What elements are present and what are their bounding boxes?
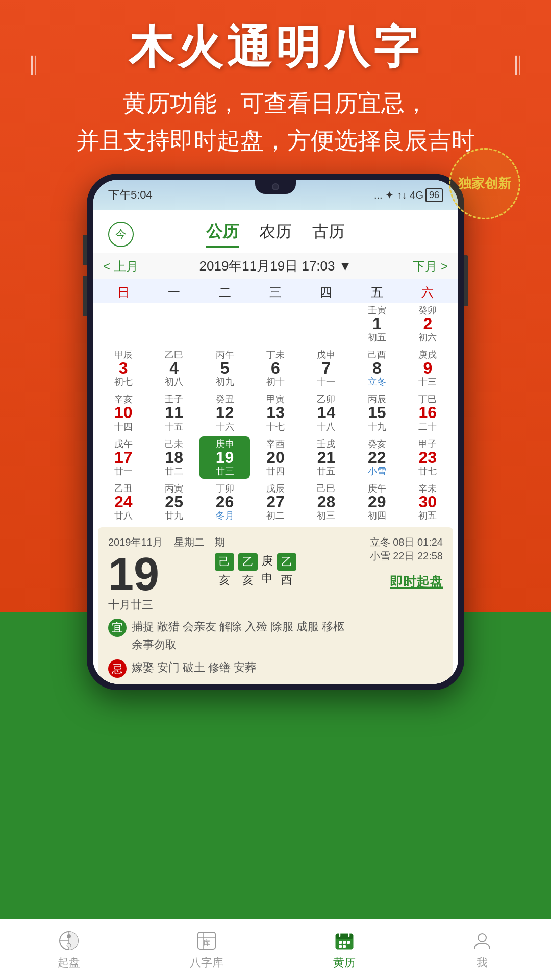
svg-point-3	[67, 934, 71, 938]
cal-cell-23[interactable]: 甲子 23 廿七	[403, 436, 453, 479]
daily-info-panel: 2019年11月 星期二 19 十月廿三 期	[98, 527, 453, 684]
cal-cell-26[interactable]: 丁卯 26 冬月	[199, 481, 250, 523]
cal-cell-4[interactable]: 乙巳 4 初八	[148, 347, 199, 389]
green-strip	[0, 888, 551, 919]
yi-row: 宜 捕捉 敞猎 会亲友 解除 入殓 除服 成服 移柩余事勿取	[108, 618, 443, 653]
weekday-tue: 二	[199, 284, 250, 301]
cal-cell-7[interactable]: 戊申 7 十一	[301, 347, 352, 389]
month-nav: < 上月 2019年11月19日 17:03 ▼ 下月 >	[93, 253, 458, 279]
cal-cell-empty-5	[301, 303, 352, 345]
nav-item-qipan[interactable]: 起盘	[0, 929, 138, 970]
me-icon	[471, 929, 493, 952]
phone-btn-volume2	[83, 276, 87, 316]
weekday-mon: 一	[148, 284, 199, 301]
status-right: ... ✦ ↑↓ 4G 96	[374, 188, 443, 202]
tab-solar[interactable]: 公历	[206, 220, 239, 248]
deco-left-icon: 𝄃	[31, 52, 36, 81]
nav-item-baziku[interactable]: 库 八字库	[138, 929, 276, 970]
cal-cell-empty-1	[98, 303, 148, 345]
current-month-title[interactable]: 2019年11月19日 17:03 ▼	[199, 257, 352, 275]
svg-text:库: 库	[203, 939, 210, 947]
nav-item-huangli[interactable]: 黄历	[276, 929, 413, 970]
cal-cell-empty-4	[250, 303, 300, 345]
daily-ganzhi-section: 期 己 亥 乙 亥	[215, 535, 341, 592]
phone-mockup: 下午5:04 ... ✦ ↑↓ 4G 96 今 公历	[87, 174, 464, 690]
cal-cell-17[interactable]: 戊午 17 廿一	[98, 436, 148, 479]
svg-rect-16	[339, 945, 342, 948]
cal-cell-29[interactable]: 庚午 29 初四	[352, 481, 402, 523]
nav-label-huangli: 黄历	[333, 955, 356, 970]
calendar-tabs: 公历 农历 古历	[206, 220, 345, 248]
ji-badge: 忌	[108, 659, 127, 678]
tab-ancient[interactable]: 古历	[312, 220, 345, 248]
baziku-icon: 库	[195, 929, 218, 952]
header-area: 𝄃 木火通明八字 𝄃 黄历功能，可查看日历宜忌， 并且支持即时起盘，方便选择良辰…	[0, 20, 551, 160]
qipan-icon	[58, 929, 80, 952]
nav-label-baziku: 八字库	[190, 955, 223, 970]
cal-cell-13[interactable]: 甲寅 13 十七	[250, 391, 300, 434]
week-row-3: 辛亥 10 十四 壬子 11 十五 癸丑 12 十六	[98, 391, 453, 434]
cal-cell-19-today[interactable]: 庚申 19 廿三	[199, 436, 250, 479]
svg-rect-17	[343, 945, 346, 948]
cal-cell-3[interactable]: 甲辰 3 初七	[98, 347, 148, 389]
exclusive-badge: 独家创新	[449, 148, 520, 219]
daily-ganzhi: 己 亥 乙 亥 庚	[215, 553, 341, 588]
today-button[interactable]: 今	[108, 222, 134, 247]
cal-cell-10[interactable]: 辛亥 10 十四	[98, 391, 148, 434]
calendar-app: 今 公历 农历 古历 < 上月 2019年11月19日 17:03 ▼ 下月 >	[93, 210, 458, 684]
status-bar: 下午5:04 ... ✦ ↑↓ 4G 96	[93, 180, 458, 210]
phone-btn-power	[464, 255, 468, 306]
weekday-thu: 四	[301, 284, 352, 301]
camera-dot	[272, 183, 279, 190]
cal-cell-20[interactable]: 辛酉 20 廿四	[250, 436, 300, 479]
cal-cell-8[interactable]: 己酉 8 立冬	[352, 347, 402, 389]
cal-cell-27[interactable]: 戊辰 27 初二	[250, 481, 300, 523]
calendar-header: 今 公历 农历 古历	[93, 210, 458, 253]
cal-cell-30[interactable]: 辛未 30 初五	[403, 481, 453, 523]
weekday-sun: 日	[98, 284, 148, 301]
cal-cell-18[interactable]: 己未 18 廿二	[148, 436, 199, 479]
cal-cell-28[interactable]: 己巳 28 初三	[301, 481, 352, 523]
prev-month-button[interactable]: < 上月	[103, 258, 138, 275]
ji-text: 嫁娶 安门 破土 修缮 安葬	[132, 658, 256, 676]
yi-text: 捕捉 敞猎 会亲友 解除 入殓 除服 成服 移柩余事勿取	[132, 618, 344, 653]
status-time: 下午5:04	[108, 187, 153, 203]
huangli-icon	[333, 929, 356, 952]
yi-badge: 宜	[108, 619, 127, 637]
next-month-button[interactable]: 下月 >	[413, 258, 448, 275]
week-row-2: 甲辰 3 初七 乙巳 4 初八 丙午 5 初九	[98, 347, 453, 389]
svg-point-18	[478, 934, 486, 942]
cal-cell-5[interactable]: 丙午 5 初九	[199, 347, 250, 389]
weekday-wed: 三	[250, 284, 300, 301]
cal-cell-24[interactable]: 乙丑 24 廿八	[98, 481, 148, 523]
cal-cell-2[interactable]: 癸卯 2 初六	[403, 303, 453, 345]
qipan-button[interactable]: 即时起盘	[390, 574, 443, 590]
nav-label-qipan: 起盘	[58, 955, 80, 970]
week-row-5: 乙丑 24 廿八 丙寅 25 廿九 丁卯 26 冬月	[98, 481, 453, 523]
cal-cell-22[interactable]: 癸亥 22 小雪	[352, 436, 402, 479]
phone-btn-volume1	[83, 235, 87, 265]
cal-cell-6[interactable]: 丁未 6 初十	[250, 347, 300, 389]
cal-cell-11[interactable]: 壬子 11 十五	[148, 391, 199, 434]
tab-lunar[interactable]: 农历	[259, 220, 292, 248]
cal-cell-14[interactable]: 乙卯 14 十八	[301, 391, 352, 434]
badge-text: 独家创新	[458, 175, 511, 192]
week-row-4: 戊午 17 廿一 己未 18 廿二 庚申 19 廿三	[98, 436, 453, 479]
ji-row: 忌 嫁娶 安门 破土 修缮 安葬	[108, 658, 443, 678]
weekday-sat: 六	[403, 284, 453, 301]
week-header: 日 一 二 三 四 五 六	[93, 279, 458, 303]
cal-cell-9[interactable]: 庚戌 9 十三	[403, 347, 453, 389]
svg-rect-13	[339, 941, 342, 944]
cal-cell-16[interactable]: 丁巳 16 二十	[403, 391, 453, 434]
ganzhi-day: 庚 申	[262, 553, 273, 586]
cal-cell-empty-2	[148, 303, 199, 345]
cal-cell-21[interactable]: 壬戌 21 廿五	[301, 436, 352, 479]
nav-item-me[interactable]: 我	[413, 929, 551, 970]
cal-cell-12[interactable]: 癸丑 12 十六	[199, 391, 250, 434]
cal-cell-1[interactable]: 壬寅 1 初五	[352, 303, 402, 345]
cal-cell-15[interactable]: 丙辰 15 十九	[352, 391, 402, 434]
cal-cell-25[interactable]: 丙寅 25 廿九	[148, 481, 199, 523]
solar-events: 立冬 08日 01:24小雪 22日 22:58	[351, 535, 443, 563]
deco-right-icon: 𝄃	[515, 52, 520, 81]
daily-row-main: 2019年11月 星期二 19 十月廿三 期	[108, 535, 443, 612]
